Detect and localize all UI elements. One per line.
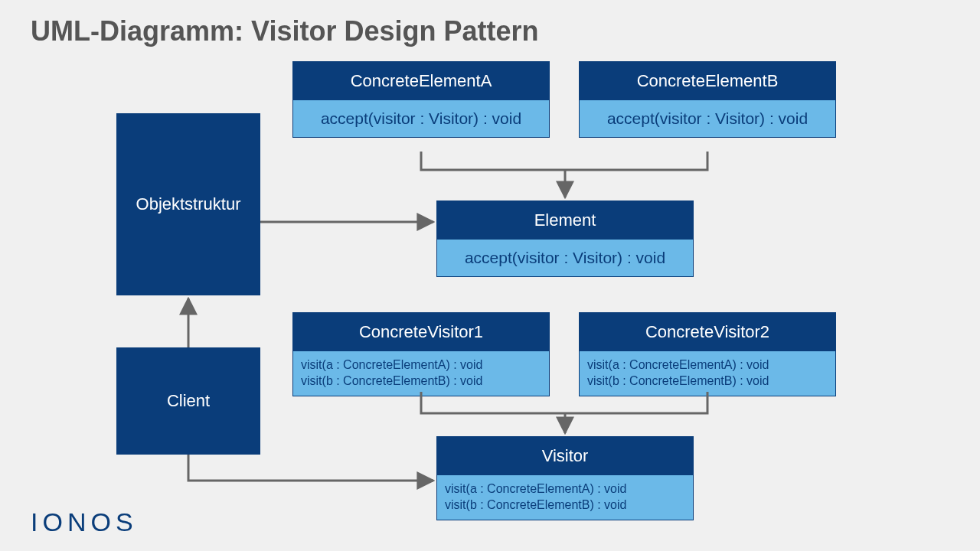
class-method: visit(a : ConcreteElementA) : void (301, 357, 541, 373)
class-method: visit(b : ConcreteElementB) : void (587, 373, 828, 390)
class-method: visit(a : ConcreteElementA) : void (587, 357, 828, 373)
node-label: Objektstruktur (136, 194, 241, 214)
node-concrete-element-a: ConcreteElementA accept(visitor : Visito… (292, 61, 550, 138)
class-method: accept(visitor : Visitor) : void (580, 100, 835, 137)
node-visitor: Visitor visit(a : ConcreteElementA) : vo… (436, 436, 694, 520)
node-concrete-visitor-1: ConcreteVisitor1 visit(a : ConcreteEleme… (292, 312, 550, 396)
node-label: Client (167, 391, 210, 411)
class-method: visit(b : ConcreteElementB) : void (301, 373, 541, 390)
class-name: Element (437, 201, 693, 240)
class-method: visit(b : ConcreteElementB) : void (445, 497, 685, 514)
class-name: ConcreteVisitor2 (580, 313, 835, 351)
node-concrete-visitor-2: ConcreteVisitor2 visit(a : ConcreteEleme… (579, 312, 836, 396)
class-methods: visit(a : ConcreteElementA) : void visit… (293, 351, 549, 396)
brand-logo: IONOS (31, 507, 138, 537)
node-objektstruktur: Objektstruktur (116, 113, 260, 295)
class-methods: visit(a : ConcreteElementA) : void visit… (437, 475, 693, 520)
class-name: ConcreteElementB (580, 62, 835, 100)
class-name: Visitor (437, 437, 693, 475)
class-methods: visit(a : ConcreteElementA) : void visit… (580, 351, 835, 396)
page-title: UML-Diagramm: Visitor Design Pattern (31, 15, 538, 47)
class-method: accept(visitor : Visitor) : void (437, 240, 693, 276)
node-concrete-element-b: ConcreteElementB accept(visitor : Visito… (579, 61, 836, 138)
class-method: accept(visitor : Visitor) : void (293, 100, 549, 137)
node-client: Client (116, 347, 260, 455)
node-element: Element accept(visitor : Visitor) : void (436, 201, 694, 277)
class-method: visit(a : ConcreteElementA) : void (445, 481, 685, 497)
class-name: ConcreteVisitor1 (293, 313, 549, 351)
class-name: ConcreteElementA (293, 62, 549, 100)
